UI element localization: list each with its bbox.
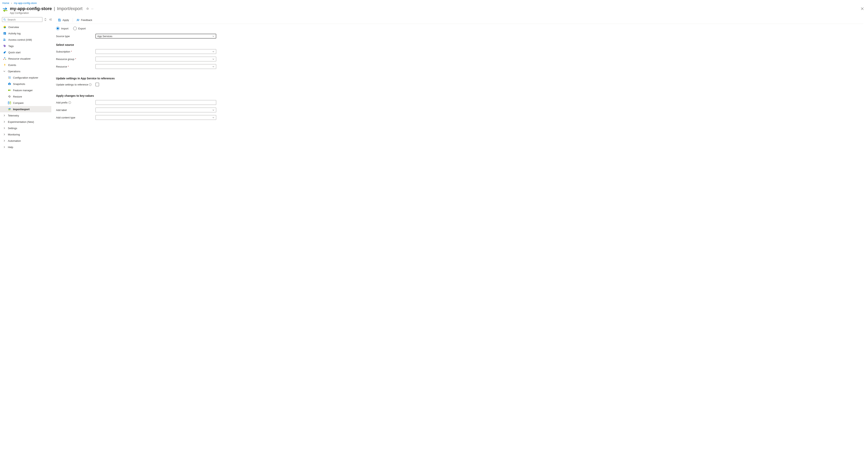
overview-icon bbox=[3, 26, 6, 29]
quick-start-icon bbox=[3, 51, 6, 54]
sidebar-search[interactable] bbox=[2, 17, 42, 22]
sidebar-item-activity-log[interactable]: Activity log bbox=[0, 30, 51, 36]
chevron-down-icon bbox=[212, 51, 214, 53]
chevron-right-icon: › bbox=[11, 2, 12, 4]
divider bbox=[72, 18, 73, 22]
sidebar-group-telemetry[interactable]: Telemetry bbox=[0, 112, 51, 119]
sidebar-group-automation[interactable]: Automation bbox=[0, 138, 51, 144]
sidebar-item-label: Overview bbox=[8, 26, 19, 29]
sidebar-item-restore[interactable]: Restore bbox=[0, 93, 51, 100]
more-icon[interactable]: ··· bbox=[91, 7, 94, 10]
close-button[interactable] bbox=[859, 6, 866, 11]
svg-point-22 bbox=[10, 90, 10, 91]
svg-point-5 bbox=[4, 39, 5, 40]
breadcrumb-home[interactable]: Home bbox=[2, 2, 9, 4]
subscription-select[interactable] bbox=[95, 49, 216, 54]
add-content-type-select[interactable] bbox=[95, 115, 216, 120]
sidebar-group-monitoring[interactable]: Monitoring bbox=[0, 131, 51, 138]
add-label-select[interactable] bbox=[95, 108, 216, 112]
required-indicator: * bbox=[75, 58, 76, 61]
svg-point-9 bbox=[4, 57, 5, 58]
sidebar-item-configuration-explorer[interactable]: Configuration explorer bbox=[0, 75, 51, 81]
sidebar-item-resource-visualizer[interactable]: Resource visualizer bbox=[0, 56, 51, 62]
favorite-star-icon[interactable] bbox=[86, 7, 89, 10]
feature-manager-icon bbox=[8, 89, 11, 92]
chevron-down-icon bbox=[212, 35, 214, 37]
access-control-icon bbox=[3, 38, 6, 41]
chevron-down-icon bbox=[3, 70, 6, 73]
resource-group-select[interactable] bbox=[95, 57, 216, 61]
sidebar-group-label: Help bbox=[8, 146, 13, 149]
sidebar-group-label: Experimentation (New) bbox=[8, 120, 34, 123]
source-type-value: App Services bbox=[97, 35, 113, 38]
sidebar-item-tags[interactable]: Tags bbox=[0, 43, 51, 49]
feedback-icon bbox=[76, 19, 80, 22]
resource-select[interactable] bbox=[95, 64, 216, 69]
sidebar-group-help[interactable]: Help bbox=[0, 144, 51, 150]
sidebar: Overview Activity log Access control (IA… bbox=[0, 17, 51, 154]
sidebar-item-snapshots[interactable]: Snapshots bbox=[0, 81, 51, 87]
add-prefix-text[interactable] bbox=[97, 101, 214, 104]
svg-rect-26 bbox=[8, 103, 9, 103]
svg-point-12 bbox=[8, 77, 9, 77]
source-type-select[interactable]: App Services bbox=[95, 34, 216, 38]
chevron-right-icon bbox=[3, 127, 6, 129]
sidebar-item-compare[interactable]: Compare bbox=[0, 100, 51, 106]
sidebar-item-label: Restore bbox=[13, 95, 22, 98]
sidebar-group-label: Monitoring bbox=[8, 133, 20, 136]
import-export-icon bbox=[2, 7, 8, 12]
apply-button[interactable]: Apply bbox=[56, 17, 71, 24]
sidebar-group-label: Telemetry bbox=[8, 114, 19, 117]
feedback-button[interactable]: Feedback bbox=[74, 17, 94, 24]
sidebar-item-overview[interactable]: Overview bbox=[0, 24, 51, 30]
add-prefix-input[interactable] bbox=[95, 100, 216, 105]
resource-visualizer-icon bbox=[3, 57, 6, 60]
snapshots-icon bbox=[8, 82, 11, 85]
main-content: Apply Feedback Import Export Source bbox=[51, 17, 868, 131]
page-title-resource: my-app-config-store bbox=[10, 6, 52, 11]
sidebar-item-access-control[interactable]: Access control (IAM) bbox=[0, 36, 51, 43]
sidebar-expand-icon[interactable] bbox=[43, 18, 47, 21]
sidebar-item-import-export[interactable]: Import/export bbox=[0, 106, 51, 112]
sidebar-search-input[interactable] bbox=[7, 18, 41, 21]
svg-rect-30 bbox=[59, 20, 60, 21]
radio-export[interactable]: Export bbox=[73, 27, 86, 30]
feedback-button-label: Feedback bbox=[81, 19, 92, 22]
breadcrumb-current[interactable]: my-app-config-store bbox=[14, 2, 37, 4]
resource-group-label: Resource group* bbox=[56, 58, 95, 61]
chevron-right-icon bbox=[3, 133, 6, 136]
sidebar-item-label: Quick start bbox=[8, 51, 21, 54]
sidebar-group-experimentation[interactable]: Experimentation (New) bbox=[0, 119, 51, 125]
svg-rect-28 bbox=[10, 103, 11, 103]
chevron-down-icon bbox=[212, 58, 214, 60]
svg-rect-13 bbox=[9, 77, 11, 77]
save-icon bbox=[58, 19, 61, 22]
svg-point-10 bbox=[3, 59, 4, 60]
sidebar-item-feature-manager[interactable]: Feature manager bbox=[0, 87, 51, 93]
svg-point-16 bbox=[8, 78, 9, 79]
sidebar-item-quick-start[interactable]: Quick start bbox=[0, 49, 51, 56]
update-settings-checkbox[interactable] bbox=[95, 83, 99, 86]
resource-label: Resource* bbox=[56, 65, 95, 68]
svg-rect-23 bbox=[8, 102, 9, 104]
select-source-heading: Select source bbox=[56, 43, 863, 47]
chevron-down-icon bbox=[212, 65, 214, 68]
restore-icon bbox=[8, 95, 11, 98]
info-icon[interactable]: i bbox=[89, 83, 92, 86]
chevron-down-icon bbox=[212, 109, 214, 111]
sidebar-group-operations[interactable]: Operations bbox=[0, 68, 51, 75]
svg-point-7 bbox=[4, 45, 4, 46]
svg-point-8 bbox=[5, 52, 5, 52]
add-content-type-label: Add content type bbox=[56, 116, 95, 119]
sidebar-item-label: Access control (IAM) bbox=[8, 38, 32, 41]
svg-rect-15 bbox=[9, 77, 11, 78]
sidebar-group-settings[interactable]: Settings bbox=[0, 125, 51, 131]
sidebar-item-events[interactable]: Events bbox=[0, 62, 51, 68]
radio-icon bbox=[73, 27, 77, 30]
sidebar-group-label: Automation bbox=[8, 139, 21, 142]
sidebar-item-label: Activity log bbox=[8, 32, 21, 35]
compare-icon bbox=[8, 101, 11, 105]
chevron-right-icon bbox=[3, 146, 6, 148]
info-icon[interactable]: i bbox=[68, 101, 71, 104]
radio-import[interactable]: Import bbox=[56, 27, 68, 30]
